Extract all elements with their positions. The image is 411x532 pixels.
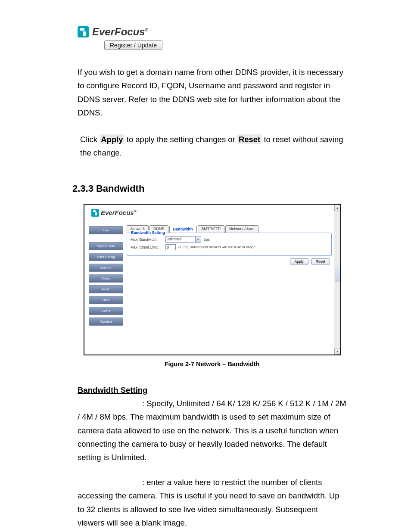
label-max-bandwidth: Max. Bandwidth: bbox=[131, 237, 163, 242]
bandwidth-fieldset: Bandwidth Setting Max. Bandwidth: unlimi… bbox=[127, 233, 332, 256]
apply-mid: to apply the setting changes or bbox=[125, 135, 237, 144]
fieldset-legend: Bandwidth Setting bbox=[130, 230, 166, 235]
apply-pre: Click bbox=[80, 135, 100, 144]
max-client-text: : enter a value here to restrict the num… bbox=[78, 478, 339, 527]
brand-logo: EverFocus® bbox=[78, 26, 346, 38]
bps-unit: bps bbox=[204, 237, 210, 242]
row-max-bandwidth: Max. Bandwidth: unlimited ▾ bps bbox=[131, 236, 328, 243]
sidebar-item-network[interactable]: Network bbox=[89, 264, 123, 272]
max-bandwidth-description: : Specify, Unlimited / 64 K/ 128 K/ 256 … bbox=[78, 397, 346, 464]
section-number: 2.3.3 bbox=[72, 183, 93, 194]
sidebar-item-audio[interactable]: Audio bbox=[89, 285, 123, 293]
scroll-thumb[interactable] bbox=[335, 265, 340, 282]
sidebar-item-system-info[interactable]: System Info bbox=[89, 242, 123, 250]
row-max-client: Max. Client Limit: (1~32), subsequent vi… bbox=[131, 244, 328, 250]
max-bandwidth-value: unlimited bbox=[165, 236, 196, 243]
client-hint: (1~32), subsequent viewers will see a bl… bbox=[178, 245, 256, 249]
tab-bandwidth[interactable]: Bandwidth bbox=[169, 226, 197, 233]
logo-brand: EverFocus bbox=[92, 26, 145, 37]
shot-sidebar: Live System Info User Config Network Vid… bbox=[84, 205, 123, 355]
register-update-button[interactable]: Register / Update bbox=[104, 40, 162, 50]
sidebar-item-system[interactable]: System bbox=[89, 317, 123, 326]
shot-main-panel: Network DDNS Bandwidth SMTP/FTP Network … bbox=[123, 205, 340, 355]
max-bandwidth-text: : Specify, Unlimited / 64 K/ 128 K/ 256 … bbox=[78, 399, 346, 462]
sidebar-item-user[interactable]: User bbox=[89, 296, 123, 304]
sidebar-item-live[interactable]: Live bbox=[89, 226, 123, 234]
sidebar-item-user-config[interactable]: User Config bbox=[89, 253, 123, 261]
logo-regmark: ® bbox=[145, 28, 148, 32]
label-max-client: Max. Client Limit: bbox=[131, 245, 163, 249]
figure-screenshot: EverFocus® Live System Info User Config … bbox=[84, 204, 341, 355]
apply-word: Apply bbox=[100, 134, 124, 144]
bandwidth-setting-heading: Bandwidth Setting bbox=[78, 386, 346, 395]
ddns-intro-paragraph: If you wish to get a domain name from ot… bbox=[78, 65, 346, 120]
max-client-input[interactable] bbox=[165, 244, 176, 250]
scroll-up-icon[interactable]: ▴ bbox=[334, 205, 340, 211]
section-title: Bandwidth bbox=[96, 183, 144, 194]
apply-reset-paragraph: Click Apply to apply the setting changes… bbox=[78, 133, 346, 160]
scroll-down-icon[interactable]: ▾ bbox=[334, 348, 340, 355]
apply-button[interactable]: Apply bbox=[290, 258, 308, 264]
sidebar-item-event[interactable]: Event bbox=[89, 307, 123, 315]
tab-network-alarm[interactable]: Network Alarm bbox=[225, 225, 258, 233]
logo-text: EverFocus® bbox=[92, 26, 148, 38]
section-heading: 2.3.3Bandwidth bbox=[72, 183, 346, 194]
scrollbar[interactable]: ▴ ▾ bbox=[334, 205, 340, 355]
logo-icon bbox=[78, 26, 89, 37]
max-client-description: : enter a value here to restrict the num… bbox=[78, 476, 346, 530]
reset-button[interactable]: Reset bbox=[311, 258, 330, 264]
max-bandwidth-select[interactable]: unlimited ▾ bbox=[165, 236, 201, 243]
reset-word: Reset bbox=[237, 134, 262, 144]
figure-caption: Figure 2-7 Network – Bandwidth bbox=[78, 361, 346, 367]
shot-logo-icon bbox=[91, 209, 99, 217]
chevron-down-icon[interactable]: ▾ bbox=[196, 236, 201, 243]
sidebar-item-video[interactable]: Video bbox=[89, 274, 123, 283]
tab-smtp-ftp[interactable]: SMTP/FTP bbox=[198, 225, 225, 233]
